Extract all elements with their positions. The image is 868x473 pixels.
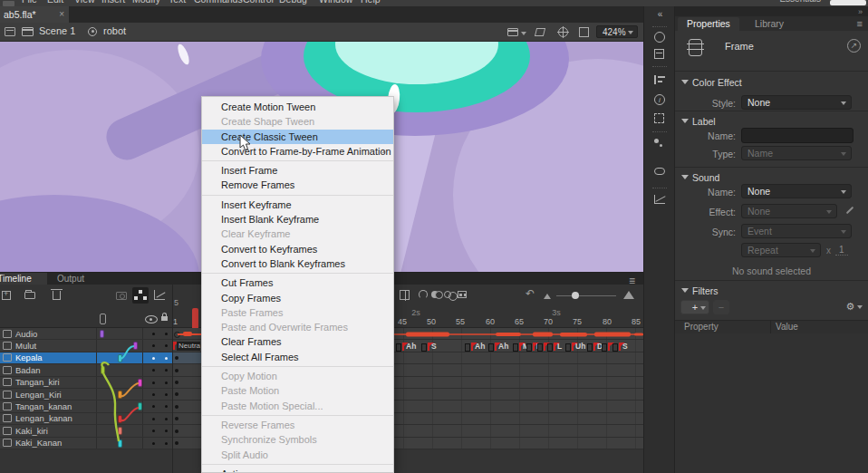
parenting-view-icon[interactable]: [132, 287, 149, 304]
timeline-zoom-out-icon[interactable]: [544, 294, 551, 299]
section-filters[interactable]: Filters: [692, 285, 719, 296]
layer-visibility-dot[interactable]: [152, 369, 155, 372]
section-color-effect[interactable]: Color Effect: [692, 77, 742, 88]
layer-parent-handle[interactable]: [138, 402, 142, 410]
timeline-layer-row[interactable]: Kepala: [0, 352, 201, 364]
menu-item[interactable]: View: [74, 0, 95, 5]
loop-icon[interactable]: [419, 290, 428, 299]
layer-parent-handle[interactable]: [101, 366, 105, 374]
menu-item[interactable]: Window: [319, 0, 352, 5]
tab-timeline[interactable]: Timeline: [0, 273, 47, 285]
layer-parent-handle[interactable]: [138, 379, 142, 387]
frame-1-cell[interactable]: [172, 364, 201, 376]
lock-icon[interactable]: [161, 316, 168, 321]
layer-panel-cell[interactable]: Audio: [0, 328, 172, 340]
edit-sound-envelope-icon[interactable]: [846, 207, 854, 214]
layer-parent-cell[interactable]: [97, 352, 143, 363]
zoom-level-select[interactable]: 424%: [596, 25, 638, 38]
info-icon[interactable]: i: [654, 94, 665, 105]
panel-menu-icon[interactable]: ≡: [857, 18, 863, 29]
filter-options-button[interactable]: ⚙: [838, 300, 863, 314]
context-menu-item[interactable]: Paste Motion ›: [202, 383, 393, 398]
sound-effect-select[interactable]: None: [741, 204, 837, 218]
context-menu-item[interactable]: Copy Motion ›: [202, 369, 393, 383]
layer-parent-handle[interactable]: [118, 354, 122, 362]
menu-item[interactable]: Insert: [101, 0, 125, 5]
frame-1-cell[interactable]: [172, 377, 201, 389]
layer-name-cell[interactable]: Lengan_kanan: [0, 413, 97, 424]
layer-name-cell[interactable]: Lengan_Kiri: [0, 389, 97, 400]
layer-parent-cell[interactable]: [97, 401, 143, 411]
layer-lock-dot[interactable]: [165, 381, 168, 384]
menu-item[interactable]: Text: [169, 0, 186, 5]
test-movie-icon[interactable]: [507, 28, 518, 36]
layer-parent-cell[interactable]: [97, 340, 143, 351]
layer-parent-handle[interactable]: [100, 330, 104, 338]
layer-panel-cell[interactable]: Lengan_Kiri: [0, 389, 172, 401]
layer-name-cell[interactable]: Audio: [0, 328, 97, 339]
sound-sync-select[interactable]: Event: [741, 224, 852, 238]
context-menu-item[interactable]: Insert Blank Keyframe ›: [202, 212, 393, 227]
layer-panel-cell[interactable]: Kaki_Kanan: [0, 438, 172, 449]
layer-visibility-dot[interactable]: [152, 333, 155, 335]
tab-properties[interactable]: Properties: [678, 17, 739, 31]
layer-parent-handle[interactable]: [118, 439, 122, 448]
timeline-layer-row[interactable]: Kaki_kiri: [0, 425, 201, 437]
layer-panel-cell[interactable]: Kaki_kiri: [0, 425, 172, 437]
layer-visibility-dot[interactable]: [152, 357, 155, 360]
menu-item[interactable]: Commands: [194, 0, 243, 5]
collapse-panels-icon[interactable]: «: [644, 9, 676, 19]
label-type-select[interactable]: Name: [741, 146, 852, 160]
timeline-layer-row[interactable]: Mulut: [0, 340, 201, 352]
layer-parent-handle[interactable]: [118, 391, 122, 399]
reset-timeline-zoom-icon[interactable]: ↶: [526, 287, 535, 300]
layer-parent-handle[interactable]: [118, 427, 122, 435]
layer-name-cell[interactable]: Kaki_kiri: [0, 425, 97, 436]
context-menu-item[interactable]: Clear Keyframe ›: [202, 227, 393, 241]
center-stage-icon[interactable]: [558, 27, 568, 37]
brush-library-icon[interactable]: [654, 139, 663, 148]
context-menu-item[interactable]: Actions ›: [202, 467, 393, 473]
layer-name-cell[interactable]: Mulut: [0, 340, 97, 351]
onion-skin-icon[interactable]: [431, 291, 439, 298]
layer-parent-cell[interactable]: [97, 328, 143, 339]
context-menu-item[interactable]: Split Audio ›: [202, 448, 393, 462]
layer-parent-cell[interactable]: [97, 389, 143, 400]
frame-1-cell[interactable]: [172, 413, 201, 425]
frame-1-cell[interactable]: [172, 352, 201, 364]
new-folder-icon[interactable]: [24, 292, 35, 299]
layer-visibility-dot[interactable]: [152, 393, 155, 396]
layer-panel-cell[interactable]: Tangan_kanan: [0, 401, 172, 412]
context-menu-item[interactable]: Select All Frames ›: [202, 350, 393, 364]
layer-parent-cell[interactable]: [97, 413, 143, 424]
layer-parent-handle[interactable]: [118, 415, 122, 423]
layer-lock-dot[interactable]: [165, 430, 168, 432]
frame-1-cell[interactable]: [172, 389, 201, 401]
layer-name-cell[interactable]: Kaki_Kanan: [0, 438, 97, 449]
layer-panel-cell[interactable]: Badan: [0, 364, 172, 376]
context-menu-item[interactable]: Create Motion Tween ›: [202, 100, 393, 114]
remove-filter-button[interactable]: −: [713, 300, 729, 314]
layer-visibility-dot[interactable]: [152, 418, 155, 420]
layer-visibility-dot[interactable]: [152, 381, 155, 384]
layer-parent-cell[interactable]: [97, 425, 143, 436]
chevron-down-icon[interactable]: [521, 32, 526, 35]
layer-lock-dot[interactable]: [165, 357, 168, 360]
menu-item[interactable]: Edit: [47, 0, 63, 5]
style-select[interactable]: None: [741, 95, 852, 110]
center-frame-icon[interactable]: [400, 290, 410, 300]
cc-libraries-icon[interactable]: [654, 168, 665, 175]
add-filter-button[interactable]: +: [680, 300, 709, 314]
context-menu-item[interactable]: Synchronize Symbols ›: [202, 432, 393, 447]
expand-panels-icon[interactable]: »: [858, 7, 863, 16]
layer-parent-cell[interactable]: [97, 438, 143, 449]
context-menu-item[interactable]: Remove Frames ›: [202, 178, 393, 192]
timeline-layer-row[interactable]: Tangan_kiri: [0, 377, 201, 389]
swatches-icon[interactable]: [654, 49, 664, 59]
layer-parent-handle[interactable]: [133, 342, 138, 350]
context-menu-item[interactable]: Create Shape Tween ›: [202, 114, 393, 129]
layer-panel-cell[interactable]: Tangan_kiri: [0, 377, 172, 389]
playhead[interactable]: [192, 308, 198, 330]
layer-parent-cell[interactable]: [97, 364, 143, 375]
sound-name-select[interactable]: None: [741, 184, 852, 198]
